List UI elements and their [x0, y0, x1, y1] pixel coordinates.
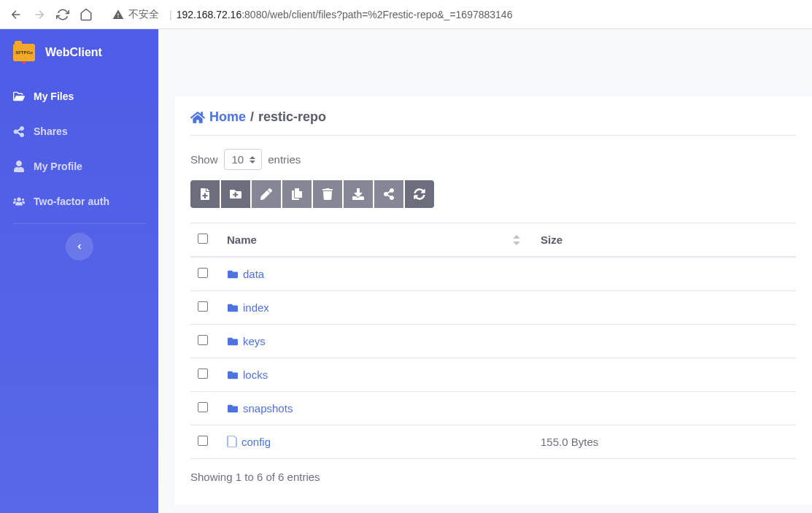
row-checkbox[interactable] — [198, 436, 208, 446]
breadcrumb-home[interactable]: Home — [190, 109, 246, 125]
brand[interactable]: SFTPGo WebClient — [0, 29, 158, 79]
sidebar-item-shares[interactable]: Shares — [0, 114, 158, 149]
sidebar-item-label: Shares — [34, 126, 68, 137]
folder-icon — [227, 269, 239, 279]
folder-icon — [227, 336, 239, 347]
edit-button[interactable] — [252, 180, 281, 208]
col-header-name[interactable]: Name — [220, 223, 533, 258]
file-link[interactable]: config — [241, 436, 271, 448]
file-table: Name Size dataindexkeyslockssnapshotscon… — [190, 223, 796, 459]
row-checkbox[interactable] — [198, 301, 208, 312]
folder-icon — [227, 404, 239, 414]
sidebar-collapse-button[interactable] — [66, 233, 93, 261]
file-size — [533, 257, 796, 291]
refresh-icon — [414, 188, 425, 200]
sidebar-item-my-files[interactable]: My Files — [0, 79, 158, 114]
content-area: Home /restic-repo Show 10 entries — [158, 29, 812, 513]
sidebar-item-label: Two-factor auth — [34, 196, 109, 207]
file-link[interactable]: index — [243, 301, 269, 314]
table-row: config155.0 Bytes — [190, 425, 796, 459]
folder-icon — [227, 370, 239, 380]
file-add-icon — [199, 188, 211, 200]
file-toolbar — [190, 180, 796, 208]
brand-name: WebClient — [45, 46, 102, 59]
user-icon — [13, 161, 25, 172]
sidebar-item-two-factor[interactable]: Two-factor auth — [0, 184, 158, 219]
copy-button[interactable] — [282, 180, 312, 208]
table-row: data — [190, 257, 796, 291]
insecure-label: 不安全 — [128, 8, 159, 21]
divider — [190, 135, 796, 136]
file-size — [533, 358, 796, 392]
insecure-icon: 不安全 — [112, 8, 159, 21]
file-link[interactable]: snapshots — [243, 402, 293, 414]
sidebar-divider — [13, 223, 145, 224]
sidebar-item-label: My Files — [34, 90, 74, 102]
brand-logo-icon: SFTPGo — [13, 44, 35, 61]
file-link[interactable]: locks — [243, 369, 268, 381]
col-header-size[interactable]: Size — [533, 223, 796, 258]
reload-button[interactable] — [53, 4, 73, 25]
url-field[interactable]: 不安全 | 192.168.72.16:8080/web/client/file… — [105, 4, 806, 25]
select-all-checkbox[interactable] — [198, 234, 208, 244]
browser-address-bar: 不安全 | 192.168.72.16:8080/web/client/file… — [0, 0, 812, 29]
file-link[interactable]: keys — [243, 335, 266, 347]
forward-button[interactable] — [29, 4, 50, 25]
file-icon — [227, 436, 237, 447]
share-icon — [13, 126, 25, 137]
sidebar-item-label: My Profile — [34, 161, 82, 172]
file-size — [533, 325, 796, 358]
back-button[interactable] — [6, 4, 26, 25]
users-icon — [13, 196, 25, 207]
row-checkbox[interactable] — [198, 268, 208, 278]
folder-open-icon — [13, 90, 25, 102]
url-path: /web/client/files?path=%2Frestic-repo&_=… — [267, 9, 512, 20]
page-size-select[interactable]: 10 — [224, 149, 263, 170]
table-row: snapshots — [190, 392, 796, 425]
file-browser-card: Home /restic-repo Show 10 entries — [174, 96, 812, 505]
add-folder-button[interactable] — [221, 180, 250, 208]
file-size: 155.0 Bytes — [533, 425, 796, 459]
row-checkbox[interactable] — [198, 369, 208, 379]
breadcrumb-current: restic-repo — [258, 109, 326, 125]
url-host: 192.168.72.16 — [177, 9, 242, 20]
row-checkbox[interactable] — [198, 335, 208, 345]
table-row: keys — [190, 325, 796, 358]
delete-button[interactable] — [313, 180, 342, 208]
sidebar-item-my-profile[interactable]: My Profile — [0, 149, 158, 184]
entries-label: entries — [268, 153, 301, 166]
share-alt-icon — [383, 188, 395, 200]
folder-add-icon — [230, 188, 241, 200]
table-row: locks — [190, 358, 796, 392]
chevron-left-icon — [75, 242, 84, 251]
download-icon — [352, 188, 364, 200]
row-checkbox[interactable] — [198, 402, 208, 412]
folder-icon — [227, 303, 239, 313]
file-size — [533, 291, 796, 325]
home-icon — [190, 110, 205, 125]
download-button[interactable] — [344, 180, 373, 208]
table-footer-info: Showing 1 to 6 of 6 entries — [190, 471, 796, 483]
share-button[interactable] — [374, 180, 403, 208]
breadcrumb: Home /restic-repo — [190, 109, 796, 125]
show-label: Show — [190, 153, 218, 166]
file-link[interactable]: data — [243, 268, 264, 280]
breadcrumb-separator: / — [250, 109, 254, 125]
page-size-control: Show 10 entries — [190, 149, 796, 170]
sidebar: SFTPGo WebClient My Files Shares My Prof… — [0, 29, 158, 513]
trash-icon — [322, 188, 333, 200]
table-row: index — [190, 291, 796, 325]
edit-icon — [260, 188, 272, 200]
copy-icon — [291, 188, 303, 200]
file-size — [533, 392, 796, 425]
col-header-select — [190, 223, 220, 258]
home-button[interactable] — [76, 4, 96, 25]
refresh-button[interactable] — [405, 180, 434, 208]
add-file-button[interactable] — [190, 180, 220, 208]
